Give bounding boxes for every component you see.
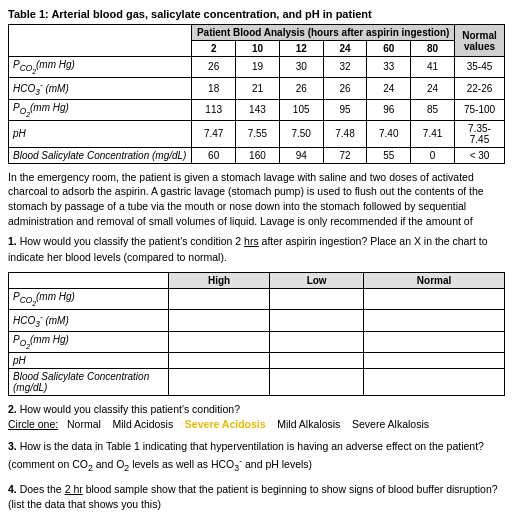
question-4: 4. Does the 2 hr blood sample show that … xyxy=(8,482,505,514)
table-row: PO2(mm Hg) 113 143 105 95 96 85 75-100 xyxy=(9,99,505,120)
question-1: 1. How would you classify the patient's … xyxy=(8,234,505,266)
q1-text: How would you classify the patient's con… xyxy=(8,235,487,263)
normal-val: 7.35-7.45 xyxy=(455,120,505,147)
q3-text: How is the data in Table 1 indicating th… xyxy=(8,440,484,470)
cell: 94 xyxy=(279,147,323,163)
question-3: 3. How is the data in Table 1 indicating… xyxy=(8,439,505,475)
cell: 0 xyxy=(411,147,455,163)
q2-option-mild-acidosis: Mild Acidosis xyxy=(112,418,173,430)
col-high: High xyxy=(169,272,270,288)
q1-cell xyxy=(364,352,505,368)
cell: 105 xyxy=(279,99,323,120)
timepoint-10: 10 xyxy=(236,41,280,57)
cell: 41 xyxy=(411,57,455,78)
q1-cell xyxy=(169,368,270,395)
q1-table: High Low Normal PCO2(mm Hg) HCO3- (mM) P… xyxy=(8,272,505,396)
timepoint-12: 12 xyxy=(279,41,323,57)
q1-cell xyxy=(364,288,505,309)
q1-cell xyxy=(270,331,364,352)
normal-val: < 30 xyxy=(455,147,505,163)
intro-paragraph: In the emergency room, the patient is gi… xyxy=(8,170,505,229)
q4-number: 4. xyxy=(8,483,17,495)
cell: 7.48 xyxy=(323,120,367,147)
q2-option-mild-alkalosis: Mild Alkalosis xyxy=(277,418,340,430)
cell: 95 xyxy=(323,99,367,120)
cell: 33 xyxy=(367,57,411,78)
cell: 21 xyxy=(236,77,280,99)
q1-cell xyxy=(270,368,364,395)
q4-text: Does the 2 hr blood sample show that the… xyxy=(8,483,498,511)
col-group-header: Patient Blood Analysis (hours after aspi… xyxy=(192,25,455,41)
q2-number: 2. xyxy=(8,403,17,415)
col-low: Low xyxy=(270,272,364,288)
q1-table-container: High Low Normal PCO2(mm Hg) HCO3- (mM) P… xyxy=(8,272,505,396)
cell: 24 xyxy=(367,77,411,99)
normal-val: 35-45 xyxy=(455,57,505,78)
normal-val: 75-100 xyxy=(455,99,505,120)
cell: 113 xyxy=(192,99,236,120)
cell: 30 xyxy=(279,57,323,78)
cell: 96 xyxy=(367,99,411,120)
q2-option-severe-alkalosis: Severe Alkalosis xyxy=(352,418,429,430)
table-row: HCO3- (mM) xyxy=(9,309,505,331)
q1-cell xyxy=(364,309,505,331)
q1-row-po2: PO2(mm Hg) xyxy=(9,331,169,352)
cell: 7.55 xyxy=(236,120,280,147)
cell: 85 xyxy=(411,99,455,120)
q1-cell xyxy=(169,288,270,309)
table-row: PCO2(mm Hg) 26 19 30 32 33 41 35-45 xyxy=(9,57,505,78)
table-row: pH xyxy=(9,352,505,368)
cell: 7.50 xyxy=(279,120,323,147)
cell: 55 xyxy=(367,147,411,163)
q2-circle-label: Circle one: xyxy=(8,418,58,430)
q1-cell xyxy=(270,288,364,309)
cell: 160 xyxy=(236,147,280,163)
cell: 143 xyxy=(236,99,280,120)
cell: 26 xyxy=(192,57,236,78)
cell: 7.47 xyxy=(192,120,236,147)
q1-number: 1. xyxy=(8,235,17,247)
normal-val: 22-26 xyxy=(455,77,505,99)
q2-option-normal: Normal xyxy=(67,418,101,430)
table-row: Blood Salicylate Concentration (mg/dL) 6… xyxy=(9,147,505,163)
timepoint-24: 24 xyxy=(323,41,367,57)
question-2: 2. How would you classify this patient's… xyxy=(8,402,505,434)
q1-cell xyxy=(169,352,270,368)
row-label-salicylate: Blood Salicylate Concentration (mg/dL) xyxy=(9,147,192,163)
cell: 7.41 xyxy=(411,120,455,147)
table-row: Blood Salicylate Concentration (mg/dL) xyxy=(9,368,505,395)
cell: 24 xyxy=(411,77,455,99)
q2-text: How would you classify this patient's co… xyxy=(20,403,240,415)
timepoint-80: 80 xyxy=(411,41,455,57)
q1-row-hco3: HCO3- (mM) xyxy=(9,309,169,331)
q2-option-severe-acidosis: Severe Acidosis xyxy=(185,418,266,430)
cell: 72 xyxy=(323,147,367,163)
q1-cell xyxy=(270,352,364,368)
q1-row-pco2: PCO2(mm Hg) xyxy=(9,288,169,309)
q1-cell xyxy=(270,309,364,331)
cell: 19 xyxy=(236,57,280,78)
row-label-hco3: HCO3- (mM) xyxy=(9,77,192,99)
row-label-pco2: PCO2(mm Hg) xyxy=(9,57,192,78)
q1-cell xyxy=(364,368,505,395)
q1-row-salicylate: Blood Salicylate Concentration (mg/dL) xyxy=(9,368,169,395)
timepoint-2: 2 xyxy=(192,41,236,57)
table-row: pH 7.47 7.55 7.50 7.48 7.40 7.41 7.35-7.… xyxy=(9,120,505,147)
q1-cell xyxy=(364,331,505,352)
cell: 60 xyxy=(192,147,236,163)
row-label-ph: pH xyxy=(9,120,192,147)
cell: 32 xyxy=(323,57,367,78)
q3-number: 3. xyxy=(8,440,17,452)
q1-cell xyxy=(169,331,270,352)
cell: 26 xyxy=(323,77,367,99)
row-label-po2: PO2(mm Hg) xyxy=(9,99,192,120)
table-row: PO2(mm Hg) xyxy=(9,331,505,352)
q1-cell xyxy=(169,309,270,331)
q1-row-ph: pH xyxy=(9,352,169,368)
main-table: Patient Blood Analysis (hours after aspi… xyxy=(8,24,505,164)
normal-values-header: Normal values xyxy=(455,25,505,57)
cell: 18 xyxy=(192,77,236,99)
cell: 26 xyxy=(279,77,323,99)
table-title: Table 1: Arterial blood gas, salicylate … xyxy=(8,8,505,20)
table-row: PCO2(mm Hg) xyxy=(9,288,505,309)
